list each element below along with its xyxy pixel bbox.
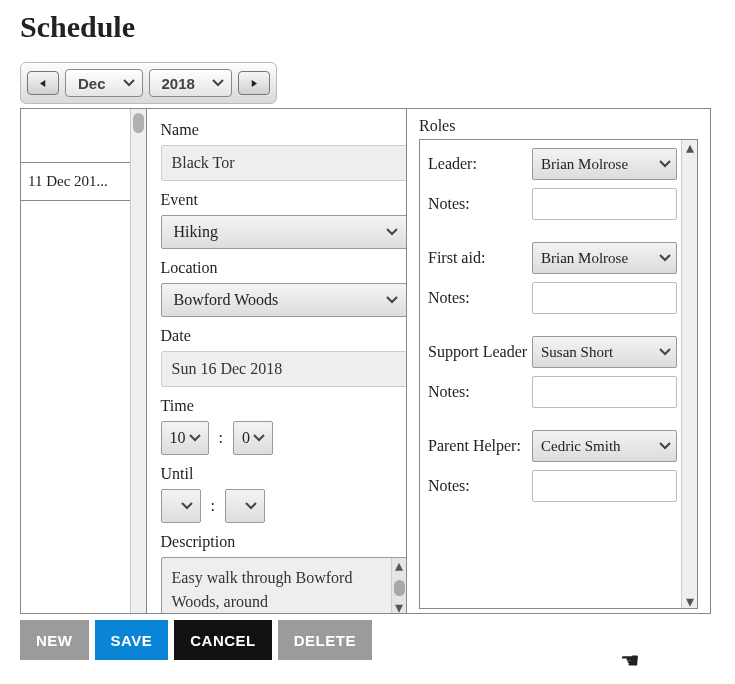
chevron-down-icon xyxy=(122,76,136,90)
chevron-down-icon xyxy=(658,157,672,171)
new-button[interactable]: NEW xyxy=(20,620,89,660)
time-minute-select[interactable]: 0 xyxy=(233,421,273,455)
until-label: Until xyxy=(161,465,392,483)
chevron-down-icon xyxy=(180,499,194,513)
save-button[interactable]: SAVE xyxy=(95,620,169,660)
chevron-down-icon xyxy=(211,76,225,90)
roles-heading: Roles xyxy=(419,117,698,135)
cancel-button[interactable]: CANCEL xyxy=(174,620,272,660)
parent-helper-label: Parent Helper: xyxy=(428,437,521,455)
year-value: 2018 xyxy=(162,75,195,92)
svg-marker-0 xyxy=(40,80,45,87)
chevron-down-icon xyxy=(385,225,399,239)
name-input[interactable]: Black Tor xyxy=(161,145,407,181)
date-list-item[interactable]: 11 Dec 201... xyxy=(21,163,146,201)
svg-marker-1 xyxy=(252,80,257,87)
chevron-down-icon xyxy=(658,345,672,359)
chevron-down-icon xyxy=(252,431,266,445)
month-value: Dec xyxy=(78,75,106,92)
chevron-down-icon xyxy=(188,431,202,445)
chevron-down-icon xyxy=(385,293,399,307)
leader-notes-input[interactable] xyxy=(532,188,677,220)
roles-list: Leader: Brian Molrose Notes: First aid: xyxy=(419,139,698,609)
date-list-header xyxy=(21,109,146,163)
time-label: Time xyxy=(161,397,392,415)
prev-month-button[interactable] xyxy=(27,71,59,95)
until-colon: : xyxy=(209,497,217,515)
event-select[interactable]: Hiking xyxy=(161,215,407,249)
month-select[interactable]: Dec xyxy=(65,69,143,97)
firstaid-select[interactable]: Brian Molrose xyxy=(532,242,677,274)
description-textarea[interactable]: Easy walk through Bowford Woods, around … xyxy=(161,557,407,613)
action-buttons: NEW SAVE CANCEL DELETE xyxy=(20,620,715,660)
event-form: Name Black Tor Event Hiking Location Bow… xyxy=(147,109,407,613)
support-leader-select[interactable]: Susan Short xyxy=(532,336,677,368)
firstaid-label: First aid: xyxy=(428,249,485,267)
page-title: Schedule xyxy=(20,10,715,44)
parent-helper-select[interactable]: Cedric Smith xyxy=(532,430,677,462)
location-label: Location xyxy=(161,259,392,277)
notes-label: Notes: xyxy=(428,477,470,495)
next-month-button[interactable] xyxy=(238,71,270,95)
parent-helper-notes-input[interactable] xyxy=(532,470,677,502)
leader-label: Leader: xyxy=(428,155,477,173)
chevron-down-icon xyxy=(244,499,258,513)
notes-label: Notes: xyxy=(428,383,470,401)
scrollbar[interactable] xyxy=(130,109,146,613)
schedule-panel: 11 Dec 201... Name Black Tor Event Hikin… xyxy=(20,108,711,614)
until-minute-select[interactable] xyxy=(225,489,265,523)
scrollbar[interactable]: ▴ ▾ xyxy=(391,558,407,613)
notes-label: Notes: xyxy=(428,195,470,213)
date-input[interactable]: Sun 16 Dec 2018 xyxy=(161,351,407,387)
notes-label: Notes: xyxy=(428,289,470,307)
support-leader-notes-input[interactable] xyxy=(532,376,677,408)
chevron-down-icon xyxy=(658,439,672,453)
time-colon: : xyxy=(217,429,225,447)
chevron-down-icon xyxy=(658,251,672,265)
location-select[interactable]: Bowford Woods xyxy=(161,283,407,317)
date-navigator: Dec 2018 xyxy=(20,62,277,104)
scrollbar[interactable]: ▴ ▾ xyxy=(681,140,697,608)
delete-button[interactable]: DELETE xyxy=(278,620,372,660)
firstaid-notes-input[interactable] xyxy=(532,282,677,314)
description-label: Description xyxy=(161,533,392,551)
year-select[interactable]: 2018 xyxy=(149,69,232,97)
leader-select[interactable]: Brian Molrose xyxy=(532,148,677,180)
until-hour-select[interactable] xyxy=(161,489,201,523)
roles-column: Roles Leader: Brian Molrose Notes: xyxy=(407,109,710,613)
date-label: Date xyxy=(161,327,392,345)
date-list-column: 11 Dec 201... xyxy=(21,109,147,613)
name-label: Name xyxy=(161,121,392,139)
support-leader-label: Support Leader: xyxy=(428,343,528,361)
event-label: Event xyxy=(161,191,392,209)
time-hour-select[interactable]: 10 xyxy=(161,421,209,455)
